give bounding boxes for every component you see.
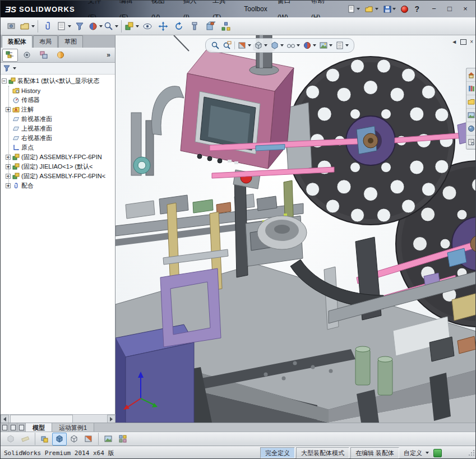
filter-funnel-icon[interactable] (3, 64, 11, 72)
mass-properties-button[interactable] (3, 433, 18, 446)
file-explorer-button[interactable] (466, 95, 476, 109)
view-settings-button[interactable] (334, 40, 350, 50)
new-document-button[interactable] (346, 3, 362, 15)
filter-dropdown-icon[interactable] (13, 67, 16, 69)
zoom-area-button[interactable] (221, 40, 233, 50)
plane-icon (12, 125, 20, 132)
custom-properties-button[interactable] (466, 136, 476, 149)
collapse-arrow-icon[interactable]: ◄ (451, 38, 457, 46)
appearances-scenes-button[interactable] (466, 122, 476, 136)
exploded-view-button[interactable] (218, 18, 234, 34)
select-filter-button[interactable] (72, 18, 87, 34)
tree-item-history[interactable]: History (4, 86, 115, 95)
resource-monitor-button[interactable] (399, 3, 410, 15)
panel-overflow-chevrons[interactable]: » (107, 51, 115, 59)
apply-scene-bottom-button[interactable] (101, 433, 115, 446)
quick-tips-icon[interactable] (433, 449, 442, 457)
design-binder-button[interactable] (56, 18, 72, 34)
tree-item-origin[interactable]: 原点 (4, 143, 115, 152)
tree-item-annotations[interactable]: 注解 (4, 105, 115, 114)
hide-show-items-button[interactable] (285, 40, 301, 50)
open-document-button[interactable] (363, 3, 380, 15)
zoom-tools-button[interactable] (103, 18, 119, 34)
tab-layout[interactable]: 布局 (33, 35, 58, 48)
scrollbar-thumb[interactable] (10, 415, 73, 423)
section-view-button[interactable] (237, 40, 252, 50)
display-style-shaded-button[interactable] (52, 433, 67, 446)
expander-icon[interactable] (6, 107, 11, 112)
statusbar-version-text: SolidWorks Premium 2014 x64 版 (1, 449, 114, 457)
bowl-feeder[interactable] (257, 216, 307, 249)
scroll-left-button[interactable] (1, 415, 9, 423)
expander-icon[interactable] (6, 174, 11, 179)
assembly-features-button[interactable] (202, 18, 218, 34)
apply-scene-button[interactable] (318, 40, 334, 50)
measure-button[interactable] (18, 433, 33, 446)
design-library-button[interactable] (466, 82, 476, 95)
tab-sketch[interactable]: 草图 (58, 35, 83, 48)
tree-item-sensors[interactable]: 传感器 (4, 95, 115, 105)
tree-item-right-plane[interactable]: 右视基准面 (4, 133, 115, 143)
expander-icon[interactable] (2, 78, 7, 84)
insert-component-button[interactable] (124, 18, 140, 34)
edit-appearance-hud-button[interactable] (302, 40, 317, 50)
smart-fasteners-button[interactable] (187, 18, 202, 34)
task-pane (466, 68, 476, 150)
resources-home-button[interactable] (466, 68, 476, 82)
screen-capture-button[interactable] (4, 18, 20, 34)
tree-item-component-1[interactable]: (固定) ASSEMBLY-FPC-6PIN (4, 152, 115, 162)
tree-item-top-plane[interactable]: 上视基准面 (4, 124, 115, 133)
configuration-manager-tab[interactable] (36, 49, 52, 62)
display-manager-tab[interactable] (53, 49, 68, 62)
view-palette-button[interactable] (466, 109, 476, 122)
statusbar: SolidWorks Premium 2014 x64 版 完全定义 大型装配体… (1, 446, 476, 459)
move-component-button[interactable] (155, 18, 171, 34)
expander-icon[interactable] (6, 155, 11, 160)
tab-model[interactable]: 模型 (26, 423, 52, 432)
save-document-button[interactable] (382, 3, 398, 15)
rotate-component-button[interactable] (171, 18, 187, 34)
custom-dropdown[interactable]: 自定义 (399, 449, 433, 457)
main-toolbar (1, 17, 476, 35)
expander-icon[interactable] (6, 164, 11, 169)
edit-appearance-button[interactable] (87, 18, 103, 34)
tree-item-component-2[interactable]: (固定) JIELIAO<1> (默认< (4, 162, 115, 171)
tree-item-component-3[interactable]: (固定) ASSEMBLY-FPC-6PIN< (4, 171, 115, 181)
define-state-badge: 完全定义 (260, 447, 295, 458)
section-view-bottom-button[interactable] (81, 433, 96, 446)
display-style-wireframe-button[interactable] (67, 433, 81, 446)
splitter-button-1[interactable] (1, 423, 9, 432)
tree-item-mates[interactable]: 配合 (4, 181, 115, 191)
graphics-viewport[interactable]: ◄ × (115, 35, 476, 423)
zoom-fit-button[interactable] (210, 40, 221, 50)
view-settings-bottom-button[interactable] (115, 433, 130, 446)
component-icon (12, 163, 20, 170)
property-manager-tab[interactable] (19, 49, 35, 62)
tree-horizontal-scrollbar[interactable] (1, 414, 115, 423)
display-style-button[interactable] (269, 40, 285, 50)
hide-show-components-button[interactable] (140, 18, 155, 34)
splitter-button-3[interactable] (17, 423, 26, 432)
scroll-right-button[interactable] (107, 415, 115, 423)
resize-grip[interactable] (468, 449, 475, 457)
expander-icon[interactable] (6, 183, 11, 188)
assembly-3d-view[interactable] (115, 35, 476, 423)
close-document-button[interactable]: × (470, 38, 473, 46)
tree-item-label: History (21, 87, 40, 94)
help-button[interactable]: ? (410, 4, 424, 13)
tree-item-assembly-root[interactable]: 装配体1 (默认<默认_显示状态 (1, 76, 115, 86)
splitter-button-2[interactable] (9, 423, 17, 432)
tab-motion-study[interactable]: 运动算例1 (52, 423, 94, 432)
interference-detection-button[interactable] (38, 433, 52, 446)
feature-manager-tab[interactable] (2, 49, 18, 62)
view-orientation-button[interactable] (253, 40, 269, 50)
restore-document-button[interactable] (460, 39, 466, 45)
open-recent-button[interactable] (20, 18, 35, 34)
tab-assembly[interactable]: 装配体 (2, 35, 33, 48)
maximize-button[interactable]: □ (444, 3, 455, 15)
close-button[interactable]: × (460, 3, 471, 15)
minimize-button[interactable]: − (428, 3, 440, 15)
attachment-button[interactable] (40, 18, 56, 34)
tree-item-front-plane[interactable]: 前视基准面 (4, 114, 115, 124)
menu-toolbox[interactable]: Toolbox (239, 1, 272, 17)
